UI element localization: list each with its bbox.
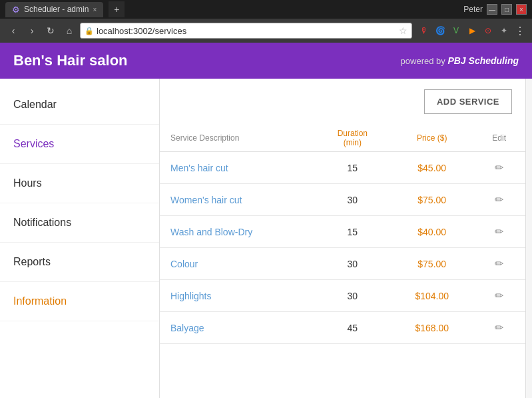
service-price: $75.00 xyxy=(391,184,473,216)
service-duration: 15 xyxy=(314,152,391,184)
sidebar-item-reports[interactable]: Reports xyxy=(0,243,159,282)
sidebar-item-calendar[interactable]: Calendar xyxy=(0,85,159,125)
sidebar-item-label: Information xyxy=(13,295,67,307)
table-row: Balyage45$168.00✏ xyxy=(160,312,525,344)
user-label: Peter xyxy=(463,5,483,14)
edit-pencil-icon[interactable]: ✏ xyxy=(495,194,503,205)
ext-icon3[interactable]: ▶ xyxy=(465,24,479,37)
tab-icon: ⚙ xyxy=(12,5,20,15)
service-price: $168.00 xyxy=(391,312,473,344)
sidebar: Calendar Services Hours Notifications Re… xyxy=(0,79,160,398)
tab-close-btn[interactable]: × xyxy=(93,6,97,13)
service-description: Highlights xyxy=(160,280,314,312)
table-row: Women's hair cut30$75.00✏ xyxy=(160,184,525,216)
powered-by-label: powered by xyxy=(401,56,448,66)
service-duration: 30 xyxy=(314,280,391,312)
service-edit[interactable]: ✏ xyxy=(473,184,525,216)
service-description: Women's hair cut xyxy=(160,184,314,216)
service-price: $45.00 xyxy=(391,152,473,184)
sidebar-item-services[interactable]: Services xyxy=(0,125,159,164)
forward-btn[interactable]: › xyxy=(24,23,40,39)
home-btn[interactable]: ⌂ xyxy=(61,23,77,39)
main-layout: Calendar Services Hours Notifications Re… xyxy=(0,79,532,398)
brand-name: PBJ Scheduling xyxy=(447,55,519,66)
edit-pencil-icon[interactable]: ✏ xyxy=(495,162,503,173)
edit-pencil-icon[interactable]: ✏ xyxy=(495,226,503,237)
refresh-btn[interactable]: ↻ xyxy=(43,23,59,39)
services-table: Service Description Duration(min) Price … xyxy=(160,125,525,344)
service-price: $75.00 xyxy=(391,248,473,280)
col-price: Price ($) xyxy=(391,125,473,152)
service-duration: 15 xyxy=(314,216,391,248)
sidebar-item-label: Calendar xyxy=(13,99,57,110)
sidebar-item-hours[interactable]: Hours xyxy=(0,164,159,203)
ext-icon4[interactable]: ⊙ xyxy=(481,24,495,37)
content-area: ADD SERVICE Service Description Duration… xyxy=(160,79,525,398)
mic-icon[interactable]: 🎙 xyxy=(417,24,431,37)
service-edit[interactable]: ✏ xyxy=(473,280,525,312)
col-duration: Duration(min) xyxy=(314,125,391,152)
address-bar[interactable]: 🔒 localhost:3002/services ☆ xyxy=(80,23,412,39)
edit-pencil-icon[interactable]: ✏ xyxy=(495,258,503,269)
menu-btn[interactable]: ⋮ xyxy=(513,24,527,37)
content-header: ADD SERVICE xyxy=(160,79,525,125)
table-row: Highlights30$104.00✏ xyxy=(160,280,525,312)
sidebar-item-notifications[interactable]: Notifications xyxy=(0,203,159,243)
title-bar-right: Peter — □ × xyxy=(463,4,527,15)
service-description: Balyage xyxy=(160,312,314,344)
table-row: Wash and Blow-Dry15$40.00✏ xyxy=(160,216,525,248)
close-btn[interactable]: × xyxy=(516,4,527,15)
service-price: $104.00 xyxy=(391,280,473,312)
app-title: Ben's Hair salon xyxy=(13,52,128,69)
new-tab-btn[interactable]: + xyxy=(109,1,125,17)
service-edit[interactable]: ✏ xyxy=(473,216,525,248)
edit-pencil-icon[interactable]: ✏ xyxy=(495,290,503,301)
minimize-btn[interactable]: — xyxy=(487,4,497,15)
title-bar-left: ⚙ Scheduler - admin × + xyxy=(5,1,125,17)
service-description: Colour xyxy=(160,248,314,280)
sidebar-item-label: Reports xyxy=(13,256,51,267)
scrollbar[interactable] xyxy=(525,79,532,398)
service-duration: 30 xyxy=(314,248,391,280)
ext-icon2[interactable]: V xyxy=(449,24,463,37)
nav-icons: 🎙 🌀 V ▶ ⊙ ✦ ⋮ xyxy=(417,24,527,37)
service-edit[interactable]: ✏ xyxy=(473,312,525,344)
sidebar-item-label: Services xyxy=(13,138,54,149)
sidebar-item-information[interactable]: Information xyxy=(0,282,159,321)
sidebar-item-label: Notifications xyxy=(13,217,71,228)
tab-title: Scheduler - admin xyxy=(24,5,89,14)
service-edit[interactable]: ✏ xyxy=(473,248,525,280)
nav-bar: ‹ › ↻ ⌂ 🔒 localhost:3002/services ☆ 🎙 🌀 … xyxy=(0,19,532,43)
lock-icon: 🔒 xyxy=(85,27,94,35)
ext-icon5[interactable]: ✦ xyxy=(497,24,511,37)
service-duration: 45 xyxy=(314,312,391,344)
browser-tab[interactable]: ⚙ Scheduler - admin × xyxy=(5,2,103,17)
app-header: Ben's Hair salon powered by PBJ Scheduli… xyxy=(0,43,532,79)
service-edit[interactable]: ✏ xyxy=(473,152,525,184)
service-duration: 30 xyxy=(314,184,391,216)
url-text: localhost:3002/services xyxy=(97,26,396,36)
star-icon[interactable]: ☆ xyxy=(399,25,407,36)
sidebar-item-label: Hours xyxy=(13,177,42,189)
add-service-button[interactable]: ADD SERVICE xyxy=(424,89,512,114)
table-row: Colour30$75.00✏ xyxy=(160,248,525,280)
service-price: $40.00 xyxy=(391,216,473,248)
col-description: Service Description xyxy=(160,125,314,152)
title-bar: ⚙ Scheduler - admin × + Peter — □ × xyxy=(0,0,532,19)
ext-icon1[interactable]: 🌀 xyxy=(433,24,447,37)
back-btn[interactable]: ‹ xyxy=(5,23,21,39)
powered-by: powered by PBJ Scheduling xyxy=(401,55,519,67)
service-description: Wash and Blow-Dry xyxy=(160,216,314,248)
table-row: Men's hair cut15$45.00✏ xyxy=(160,152,525,184)
edit-pencil-icon[interactable]: ✏ xyxy=(495,322,503,333)
col-edit: Edit xyxy=(473,125,525,152)
service-description: Men's hair cut xyxy=(160,152,314,184)
maximize-btn[interactable]: □ xyxy=(501,4,512,15)
